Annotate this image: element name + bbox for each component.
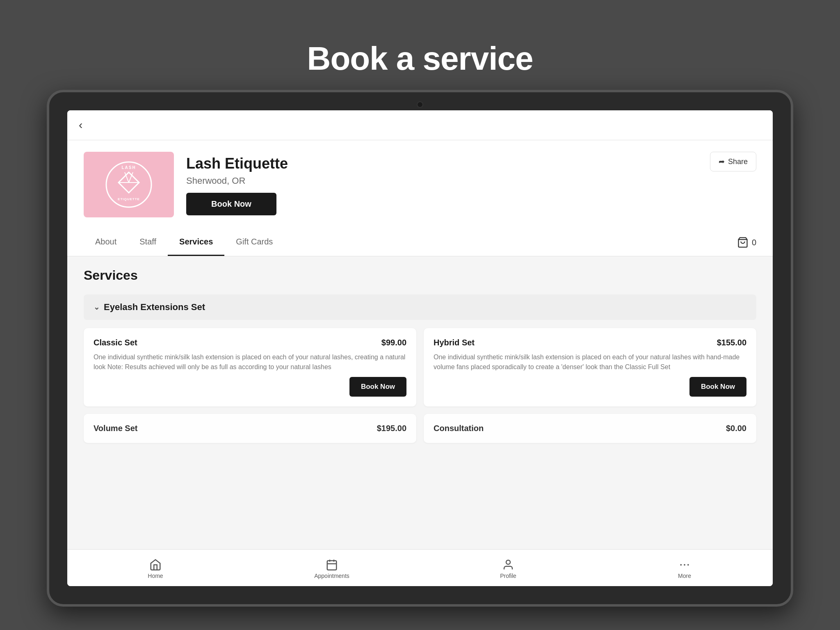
svg-point-13	[680, 564, 682, 566]
service-desc-classic: One individual synthetic mink/silk lash …	[94, 352, 406, 372]
more-icon	[678, 559, 691, 571]
service-card-consultation: Consultation $0.00	[424, 414, 756, 443]
home-label: Home	[148, 573, 163, 579]
page-title: Book a service	[0, 40, 840, 78]
cart-area[interactable]: 0	[737, 237, 756, 248]
service-price-hybrid: $155.00	[717, 338, 746, 347]
business-header: LASH ETIQUETTE Lash Etiquette Sherwood, …	[67, 140, 773, 229]
home-icon	[149, 559, 162, 571]
tablet-frame: ‹ LASH ETIQUETTE Lash Etiquett	[47, 90, 793, 607]
cart-icon	[737, 237, 749, 248]
service-price-volume: $195.00	[377, 424, 406, 433]
business-location: Sherwood, OR	[186, 176, 698, 186]
tablet-screen: ‹ LASH ETIQUETTE Lash Etiquett	[67, 110, 773, 586]
tab-services[interactable]: Services	[168, 229, 224, 256]
chevron-down-icon: ⌄	[94, 303, 100, 312]
tab-staff[interactable]: Staff	[128, 229, 168, 256]
service-name-classic: Classic Set	[94, 338, 137, 347]
service-card-classic: Classic Set $99.00 One individual synthe…	[84, 328, 416, 406]
tab-navigation: About Staff Services Gift Cards 0	[67, 229, 773, 256]
service-card-header-volume: Volume Set $195.00	[94, 424, 406, 433]
service-name-volume: Volume Set	[94, 424, 137, 433]
profile-icon	[502, 559, 514, 571]
profile-label: Profile	[500, 573, 516, 579]
bottom-nav-profile[interactable]: Profile	[488, 559, 529, 579]
back-button[interactable]: ‹	[79, 119, 82, 132]
service-card-header-consultation: Consultation $0.00	[434, 424, 746, 433]
svg-point-15	[687, 564, 689, 566]
book-now-hybrid-button[interactable]: Book Now	[689, 377, 746, 397]
services-title: Services	[84, 268, 756, 283]
svg-rect-8	[327, 561, 337, 570]
tab-about[interactable]: About	[84, 229, 128, 256]
bottom-nav-appointments[interactable]: Appointments	[311, 559, 352, 579]
service-card-header: Classic Set $99.00	[94, 338, 406, 347]
tablet-camera	[417, 101, 423, 108]
content-area: Services ⌄ Eyelash Extensions Set Classi…	[67, 256, 773, 549]
service-card-volume: Volume Set $195.00	[84, 414, 416, 443]
book-now-main-button[interactable]: Book Now	[186, 193, 276, 215]
service-price-classic: $99.00	[381, 338, 406, 347]
share-label: Share	[728, 158, 748, 166]
bottom-nav-home[interactable]: Home	[135, 559, 176, 579]
business-name: Lash Etiquette	[186, 155, 698, 172]
more-label: More	[678, 573, 691, 579]
business-info: Lash Etiquette Sherwood, OR Book Now	[186, 152, 698, 215]
service-price-consultation: $0.00	[726, 424, 746, 433]
svg-point-14	[684, 564, 685, 566]
service-name-hybrid: Hybrid Set	[434, 338, 475, 347]
book-now-classic-button[interactable]: Book Now	[349, 377, 406, 397]
service-name-consultation: Consultation	[434, 424, 484, 433]
svg-text:LASH: LASH	[121, 165, 136, 170]
share-icon: ➦	[719, 157, 725, 166]
services-grid: Classic Set $99.00 One individual synthe…	[84, 328, 756, 443]
svg-text:ETIQUETTE: ETIQUETTE	[118, 197, 140, 201]
service-card-header-hybrid: Hybrid Set $155.00	[434, 338, 746, 347]
appointments-label: Appointments	[314, 573, 349, 579]
top-bar: ‹	[67, 110, 773, 140]
svg-point-12	[506, 560, 510, 564]
bottom-nav-more[interactable]: More	[664, 559, 705, 579]
tab-gift-cards[interactable]: Gift Cards	[224, 229, 284, 256]
page-title-container: Book a service	[0, 23, 840, 90]
category-header[interactable]: ⌄ Eyelash Extensions Set	[84, 294, 756, 320]
business-logo: LASH ETIQUETTE	[84, 152, 174, 217]
cart-count: 0	[752, 238, 756, 247]
category-name: Eyelash Extensions Set	[104, 302, 205, 313]
calendar-icon	[326, 559, 338, 571]
share-button[interactable]: ➦ Share	[710, 152, 756, 171]
bottom-nav: Home Appointments Profile	[67, 549, 773, 586]
service-card-hybrid: Hybrid Set $155.00 One individual synthe…	[424, 328, 756, 406]
tab-items: About Staff Services Gift Cards	[84, 229, 737, 256]
service-desc-hybrid: One individual synthetic mink/silk lash …	[434, 352, 746, 372]
